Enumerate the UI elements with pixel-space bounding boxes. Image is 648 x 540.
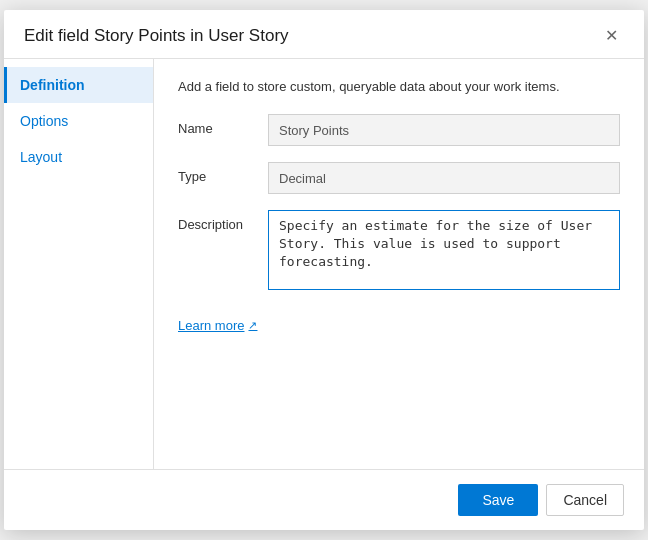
type-row: Type [178,162,620,194]
edit-field-dialog: Edit field Story Points in User Story ✕ … [4,10,644,530]
sidebar-item-options[interactable]: Options [4,103,153,139]
content-description: Add a field to store custom, queryable d… [178,79,620,94]
name-input[interactable] [268,114,620,146]
name-row: Name [178,114,620,146]
sidebar-item-layout[interactable]: Layout [4,139,153,175]
description-row: Description Specify an estimate for the … [178,210,620,290]
description-label: Description [178,210,268,232]
external-link-icon: ↗ [248,319,257,332]
close-button[interactable]: ✕ [599,26,624,46]
name-label: Name [178,114,268,136]
learn-more-link[interactable]: Learn more ↗ [178,318,620,333]
dialog-body: Definition Options Layout Add a field to… [4,59,644,469]
type-label: Type [178,162,268,184]
dialog-title: Edit field Story Points in User Story [24,26,289,46]
learn-more-label: Learn more [178,318,244,333]
dialog-footer: Save Cancel [4,469,644,530]
sidebar: Definition Options Layout [4,59,154,469]
dialog-header: Edit field Story Points in User Story ✕ [4,10,644,59]
save-button[interactable]: Save [458,484,538,516]
cancel-button[interactable]: Cancel [546,484,624,516]
content-area: Add a field to store custom, queryable d… [154,59,644,469]
sidebar-item-definition[interactable]: Definition [4,67,153,103]
description-input[interactable]: Specify an estimate for the size of User… [268,210,620,290]
type-input[interactable] [268,162,620,194]
